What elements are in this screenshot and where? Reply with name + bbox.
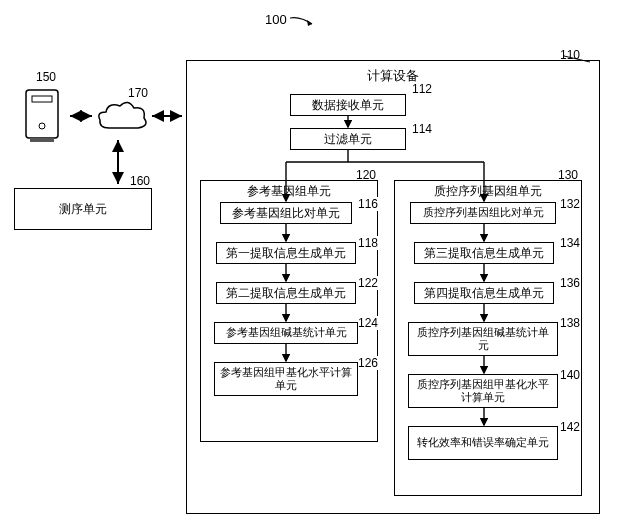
qc-genome-methyl-calc-unit: 质控序列基因组甲基化水平计算单元 [408, 374, 558, 408]
r142-label: 转化效率和错误率确定单元 [417, 436, 549, 449]
cloud-icon [94, 98, 150, 141]
qc-seq-genome-group-title: 质控序列基因组单元 [395, 181, 581, 200]
first-extract-gen-unit: 第一提取信息生成单元 [216, 242, 356, 264]
r132-ref: 132 [560, 197, 580, 211]
recv-ref: 112 [412, 82, 432, 96]
r138-ref: 138 [560, 316, 580, 330]
fourth-extract-gen-unit: 第四提取信息生成单元 [414, 282, 554, 304]
conversion-err-determine-unit: 转化效率和错误率确定单元 [408, 426, 558, 460]
r138-label: 质控序列基因组碱基统计单元 [413, 326, 553, 352]
l124-ref: 124 [358, 316, 378, 330]
l126-label: 参考基因组甲基化水平计算单元 [219, 366, 353, 392]
svg-rect-3 [30, 138, 54, 142]
r136-ref: 136 [560, 276, 580, 290]
second-extract-gen-unit: 第二提取信息生成单元 [216, 282, 356, 304]
l116-ref: 116 [358, 197, 378, 211]
filter-label: 过滤单元 [324, 132, 372, 146]
l122-label: 第二提取信息生成单元 [226, 286, 346, 300]
l118-label: 第一提取信息生成单元 [226, 246, 346, 260]
ref-genome-group-title: 参考基因组单元 [201, 181, 377, 200]
l122-ref: 122 [358, 276, 378, 290]
svg-rect-0 [26, 90, 58, 138]
server-ref: 150 [36, 70, 56, 84]
figure-ref-text: 100 [265, 12, 287, 27]
r132-label: 质控序列基因组比对单元 [423, 206, 544, 219]
r142-ref: 142 [560, 420, 580, 434]
ref-genome-methyl-calc-unit: 参考基因组甲基化水平计算单元 [214, 362, 358, 396]
r134-label: 第三提取信息生成单元 [424, 246, 544, 260]
r134-ref: 134 [560, 236, 580, 250]
computing-device-title: 计算设备 [187, 61, 599, 85]
l116-label: 参考基因组比对单元 [232, 206, 340, 220]
qc-genome-base-stat-unit: 质控序列基因组碱基统计单元 [408, 322, 558, 356]
r140-ref: 140 [560, 368, 580, 382]
figure-ref: 100 [265, 12, 320, 28]
l126-ref: 126 [358, 356, 378, 370]
server-icon [20, 84, 66, 151]
ref-genome-base-stat-unit: 参考基因组碱基统计单元 [214, 322, 358, 344]
qc-genome-align-unit: 质控序列基因组比对单元 [410, 202, 556, 224]
data-receive-unit: 数据接收单元 [290, 94, 406, 116]
filter-ref: 114 [412, 122, 432, 136]
ref-genome-align-unit: 参考基因组比对单元 [220, 202, 352, 224]
third-extract-gen-unit: 第三提取信息生成单元 [414, 242, 554, 264]
l124-label: 参考基因组碱基统计单元 [226, 326, 347, 339]
data-receive-label: 数据接收单元 [312, 98, 384, 112]
sequencing-unit-box: 测序单元 [14, 188, 152, 230]
r136-label: 第四提取信息生成单元 [424, 286, 544, 300]
seq-unit-ref: 160 [130, 174, 150, 188]
filter-unit: 过滤单元 [290, 128, 406, 150]
sequencing-unit-label: 测序单元 [59, 202, 107, 216]
l118-ref: 118 [358, 236, 378, 250]
r140-label: 质控序列基因组甲基化水平计算单元 [413, 378, 553, 404]
